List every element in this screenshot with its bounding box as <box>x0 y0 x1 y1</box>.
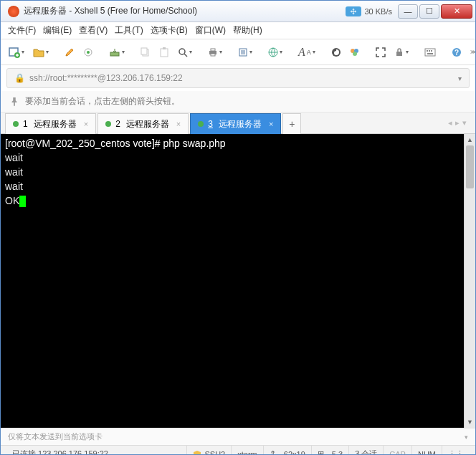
new-session-button[interactable]: ▾ <box>6 44 27 61</box>
transfer-button[interactable]: ▾ <box>107 44 127 60</box>
copy-button[interactable] <box>138 44 153 60</box>
scroll-down-icon[interactable]: ▼ <box>465 416 475 428</box>
status-bar: 已连接 123.206.176.159:22。 SSH2 xterm ⇕ 62x… <box>1 445 475 455</box>
send-bar[interactable]: 仅将文本发送到当前选项卡 ▾ <box>1 428 475 445</box>
tab-label: 远程服务器 <box>34 118 77 130</box>
window-title: 远程服务器 - Xshell 5 (Free for Home/School) <box>24 5 346 17</box>
network-badge[interactable] <box>346 6 361 16</box>
grid-icon: ⊞ <box>318 449 324 455</box>
terminal-command: php swap.php <box>163 138 225 149</box>
svg-rect-23 <box>431 50 432 52</box>
info-bar: 要添加当前会话，点击左侧的箭头按钮。 <box>1 91 475 112</box>
add-tab-button[interactable]: + <box>282 113 301 134</box>
tab-list-icon[interactable]: ▾ <box>462 118 467 128</box>
tab-close-icon[interactable]: × <box>269 120 273 128</box>
status-dot-icon <box>198 121 204 127</box>
print-button[interactable]: ▾ <box>206 44 224 60</box>
svg-rect-7 <box>161 49 168 57</box>
tab-close-icon[interactable]: × <box>84 120 88 128</box>
tab-label: 远程服务器 <box>219 118 262 130</box>
fullscreen-button[interactable] <box>373 44 388 60</box>
status-size: ⇕ 62x19 <box>264 446 312 455</box>
minimize-button[interactable]: — <box>398 4 418 19</box>
menu-bar: 文件(F) 编辑(E) 查看(V) 工具(T) 选项卡(B) 窗口(W) 帮助(… <box>1 22 475 39</box>
lock-button[interactable]: ▾ <box>392 44 411 60</box>
menu-edit[interactable]: 编辑(E) <box>43 24 72 37</box>
svg-rect-11 <box>211 49 215 51</box>
svg-rect-24 <box>427 53 433 54</box>
paste-button[interactable] <box>157 44 171 60</box>
svg-rect-4 <box>110 52 119 56</box>
session-tab[interactable]: 1远程服务器× <box>5 113 96 134</box>
svg-point-2 <box>87 51 90 54</box>
terminal-line: OK <box>5 195 19 206</box>
menu-tools[interactable]: 工具(T) <box>115 24 143 37</box>
open-folder-button[interactable]: ▾ <box>31 44 51 60</box>
app-icon <box>8 6 19 17</box>
status-num: NUM <box>412 446 442 455</box>
menu-window[interactable]: 窗口(W) <box>195 24 226 37</box>
tab-number: 1 <box>23 119 28 129</box>
menu-file[interactable]: 文件(F) <box>8 24 36 37</box>
address-dropdown-icon[interactable]: ▾ <box>458 75 462 82</box>
title-bar: 远程服务器 - Xshell 5 (Free for Home/School) … <box>1 1 475 22</box>
send-text: 仅将文本发送到当前选项卡 <box>8 431 103 442</box>
scroll-up-icon[interactable]: ▲ <box>465 134 475 145</box>
highlight-button[interactable] <box>62 44 77 60</box>
pin-icon[interactable] <box>9 97 19 107</box>
tab-strip: 1远程服务器×2远程服务器×3远程服务器× + ◂ ▸ ▾ <box>1 112 475 134</box>
terminal-wrap: [root@VM_202_250_centos vote]# php swap.… <box>1 134 475 428</box>
script-button[interactable] <box>329 44 343 60</box>
vertical-scrollbar[interactable]: ▲ ▼ <box>464 134 475 428</box>
toolbar: ▾ ▾ ▾ ▾ ▾ ▾ ▾ AA▾ ▾ ? ≫ <box>1 39 475 65</box>
svg-text:?: ? <box>454 49 459 57</box>
status-position: ⊞ 5,3 <box>312 446 349 455</box>
shield-icon <box>193 450 201 456</box>
status-sessions: 3 会话 <box>349 446 384 455</box>
svg-rect-6 <box>141 48 147 54</box>
globe-button[interactable]: ▾ <box>266 44 285 60</box>
terminal-cursor <box>19 196 26 207</box>
svg-rect-21 <box>427 50 428 52</box>
svg-rect-20 <box>425 49 435 56</box>
close-button[interactable]: ✕ <box>441 4 472 19</box>
help-button[interactable]: ? <box>449 44 464 60</box>
menu-help[interactable]: 帮助(H) <box>233 24 262 37</box>
color-scheme-button[interactable] <box>348 44 362 60</box>
search-button[interactable]: ▾ <box>176 44 194 60</box>
tab-nav: ◂ ▸ ▾ <box>444 112 471 133</box>
properties-button[interactable]: ▾ <box>236 44 254 60</box>
address-url: ssh://root:*********@123.206.176.159:22 <box>29 73 183 83</box>
address-bar[interactable]: 🔒 ssh://root:*********@123.206.176.159:2… <box>6 68 470 88</box>
scroll-thumb[interactable] <box>466 145 474 188</box>
font-button[interactable]: AA▾ <box>296 43 318 62</box>
terminal-line: wait <box>5 152 23 163</box>
svg-rect-22 <box>429 50 430 52</box>
svg-rect-19 <box>396 52 402 56</box>
tab-close-icon[interactable]: × <box>176 120 181 128</box>
maximize-button[interactable]: ☐ <box>419 4 439 19</box>
status-resize-grip[interactable]: ⋮⋮ <box>442 446 470 455</box>
network-speed: 30 KB/s <box>364 7 392 16</box>
window-controls: — ☐ ✕ <box>396 4 472 19</box>
tab-prev-icon[interactable]: ◂ <box>448 118 452 128</box>
svg-point-18 <box>353 52 357 56</box>
session-tab[interactable]: 2远程服务器× <box>97 113 189 134</box>
tab-number: 2 <box>115 119 120 129</box>
status-connection: 已连接 123.206.176.159:22。 <box>6 446 187 455</box>
session-tab[interactable]: 3远程服务器× <box>190 113 281 134</box>
connect-button[interactable] <box>81 44 95 60</box>
menu-view[interactable]: 查看(V) <box>79 24 108 37</box>
status-term: xterm <box>232 446 264 455</box>
menu-tabs[interactable]: 选项卡(B) <box>151 24 188 37</box>
svg-rect-8 <box>163 47 166 49</box>
send-dropdown-icon[interactable]: ▾ <box>465 434 468 441</box>
status-protocol: SSH2 <box>187 446 232 455</box>
info-text: 要添加当前会话，点击左侧的箭头按钮。 <box>25 95 180 107</box>
toolbar-overflow[interactable]: ≫ <box>468 46 476 58</box>
terminal[interactable]: [root@VM_202_250_centos vote]# php swap.… <box>1 134 475 428</box>
keyboard-button[interactable] <box>422 45 438 59</box>
tab-number: 3 <box>208 119 213 129</box>
tab-next-icon[interactable]: ▸ <box>455 118 460 128</box>
status-dot-icon <box>13 121 19 127</box>
